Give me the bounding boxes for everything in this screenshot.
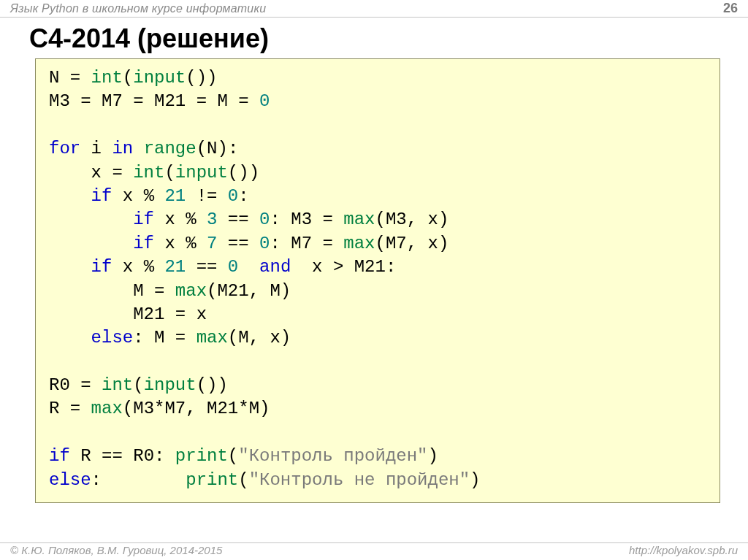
course-title: Язык Python в школьном курсе информатики — [10, 2, 266, 15]
slide-footer: © К.Ю. Поляков, В.М. Гуровиц, 2014-2015 … — [0, 542, 748, 560]
slide-header: Язык Python в школьном курсе информатики… — [0, 0, 748, 18]
page-number: 26 — [723, 1, 738, 16]
copyright: © К.Ю. Поляков, В.М. Гуровиц, 2014-2015 — [10, 544, 222, 556]
footer-url: http://kpolyakov.spb.ru — [629, 544, 738, 556]
code-block: N = int(input()) M3 = M7 = M21 = M = 0 f… — [35, 58, 720, 503]
slide-title: С4-2014 (решение) — [0, 18, 748, 58]
